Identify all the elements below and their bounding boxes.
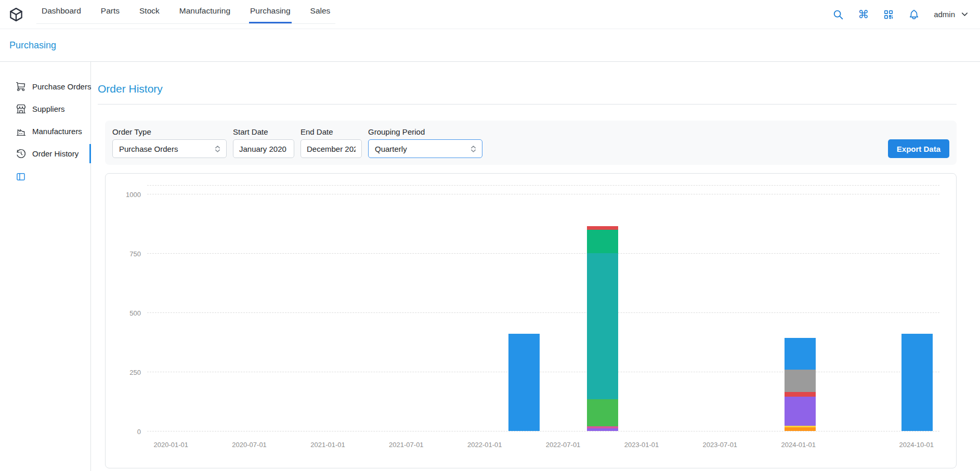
history-icon xyxy=(16,148,27,159)
main-content: Order History Order Type Purchase Orders… xyxy=(91,62,980,471)
shopping-cart-icon xyxy=(16,81,27,92)
username: admin xyxy=(934,10,955,19)
sidebar-item-label: Manufacturers xyxy=(32,127,82,136)
main-nav-tabs: Dashboard Parts Stock Manufacturing Purc… xyxy=(36,0,335,24)
bar-chart-plot: 025050075010002020-01-012020-07-012021-0… xyxy=(147,185,939,431)
export-data-button[interactable]: Export Data xyxy=(888,139,949,158)
x-axis-tick-label: 2023-01-01 xyxy=(624,441,659,449)
divider xyxy=(98,104,957,104)
sidebar-toggle-icon[interactable] xyxy=(16,172,26,182)
sidebar-item-purchase-orders[interactable]: Purchase Orders xyxy=(0,75,90,98)
sidebar-item-label: Purchase Orders xyxy=(32,82,91,91)
x-axis-tick-label: 2020-07-01 xyxy=(232,441,267,449)
selector-icon xyxy=(469,145,478,153)
x-axis-tick-label: 2022-07-01 xyxy=(546,441,581,449)
start-date-field: Start Date xyxy=(233,127,294,158)
x-axis-tick-label: 2024-10-01 xyxy=(899,441,934,449)
tab-parts[interactable]: Parts xyxy=(100,0,121,23)
y-axis-tick-label: 250 xyxy=(119,369,141,376)
sidebar-item-manufacturers[interactable]: Manufacturers xyxy=(0,120,90,142)
stacked-bar-2024-01-01 xyxy=(785,338,816,431)
command-icon[interactable]: ⌘ xyxy=(858,9,869,20)
sidebar-item-order-history[interactable]: Order History xyxy=(0,142,90,165)
x-axis-tick-label: 2023-07-01 xyxy=(703,441,738,449)
tab-stock[interactable]: Stock xyxy=(138,0,161,23)
start-date-label: Start Date xyxy=(233,127,294,136)
stacked-bar-2024-10-01 xyxy=(901,334,933,431)
bar-segment-teal xyxy=(587,253,618,399)
grouping-period-value: Quarterly xyxy=(375,145,407,153)
page-title: Order History xyxy=(98,83,957,95)
tab-purchasing[interactable]: Purchasing xyxy=(249,0,292,23)
bar-segment-violet xyxy=(587,428,618,431)
app-logo[interactable] xyxy=(8,7,24,22)
tab-sales[interactable]: Sales xyxy=(309,0,332,23)
x-axis-tick-label: 2021-07-01 xyxy=(389,441,424,449)
x-axis-tick-label: 2022-01-01 xyxy=(467,441,502,449)
grouping-period-select[interactable]: Quarterly xyxy=(368,139,482,158)
y-axis-tick-label: 750 xyxy=(119,250,141,258)
building-factory-icon xyxy=(16,126,27,137)
selector-icon xyxy=(213,145,222,153)
x-axis-tick-label: 2020-01-01 xyxy=(153,441,188,449)
sidebar-item-label: Suppliers xyxy=(32,104,65,113)
bell-icon[interactable] xyxy=(908,9,920,20)
breadcrumb[interactable]: Purchasing xyxy=(9,40,56,51)
qrcode-icon[interactable] xyxy=(883,9,894,20)
grouping-period-label: Grouping Period xyxy=(368,127,482,136)
filter-panel: Order Type Purchase Orders Start Date En… xyxy=(105,121,957,165)
bar-segment-blue xyxy=(785,338,816,369)
gridline xyxy=(147,431,939,431)
bar-segment-blue xyxy=(901,334,933,431)
stacked-bar-2022-04-01 xyxy=(508,334,540,431)
chart-panel: 025050075010002020-01-012020-07-012021-0… xyxy=(105,173,957,468)
top-navbar: Dashboard Parts Stock Manufacturing Purc… xyxy=(0,0,980,29)
search-icon[interactable] xyxy=(832,9,844,20)
order-type-value: Purchase Orders xyxy=(119,145,178,153)
end-date-input[interactable] xyxy=(300,139,362,158)
gridline xyxy=(147,194,939,194)
tab-dashboard[interactable]: Dashboard xyxy=(41,0,82,23)
bar-segment-violet xyxy=(785,397,816,426)
bar-segment-emerald xyxy=(587,230,618,254)
gridline xyxy=(147,253,939,254)
breadcrumb-bar: Purchasing xyxy=(0,29,980,62)
start-date-input[interactable] xyxy=(233,139,294,158)
order-type-field: Order Type Purchase Orders xyxy=(112,127,227,158)
order-type-select[interactable]: Purchase Orders xyxy=(112,139,227,158)
sidebar: Purchase Orders Suppliers xyxy=(0,62,91,471)
end-date-field: End Date xyxy=(300,127,362,158)
bar-segment-gray xyxy=(785,370,816,392)
bar-segment-orange xyxy=(785,427,816,431)
navbar-actions: ⌘ admin xyxy=(832,9,970,20)
bar-segment-green xyxy=(587,399,618,426)
x-axis-tick-label: 2024-01-01 xyxy=(781,441,816,449)
package-logo-icon xyxy=(8,7,24,22)
x-axis-tick-label: 2021-01-01 xyxy=(310,441,345,449)
bar-segment-red xyxy=(587,226,618,230)
tab-manufacturing[interactable]: Manufacturing xyxy=(178,0,231,23)
y-axis-tick-label: 0 xyxy=(119,428,141,436)
y-axis-tick-label: 1000 xyxy=(119,191,141,199)
order-type-label: Order Type xyxy=(112,127,227,136)
sidebar-item-label: Order History xyxy=(32,149,79,158)
building-store-icon xyxy=(16,103,27,114)
chevron-down-icon xyxy=(960,9,970,19)
bar-segment-red xyxy=(785,392,816,397)
gridline xyxy=(147,312,939,313)
stacked-bar-2022-10-01 xyxy=(587,226,618,431)
end-date-label: End Date xyxy=(300,127,362,136)
y-axis-tick-label: 500 xyxy=(119,309,141,317)
gridline xyxy=(147,372,939,372)
page-layout: Purchase Orders Suppliers xyxy=(0,62,980,471)
sidebar-item-suppliers[interactable]: Suppliers xyxy=(0,98,90,120)
grouping-period-field: Grouping Period Quarterly xyxy=(368,127,482,158)
bar-segment-blue xyxy=(508,334,540,431)
user-menu[interactable]: admin xyxy=(934,9,970,19)
